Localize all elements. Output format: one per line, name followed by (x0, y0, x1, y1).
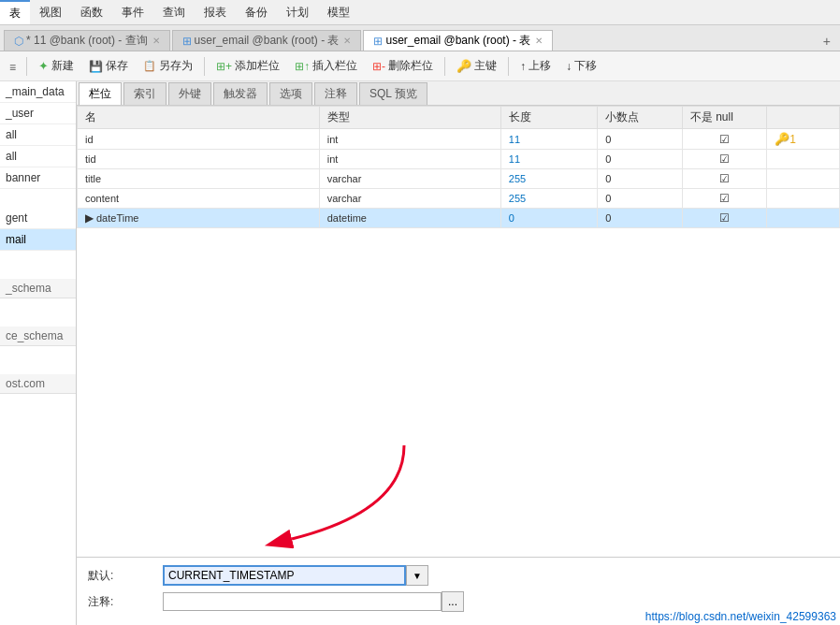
sidebar-section-schema-2: ce_schema (0, 327, 76, 346)
toolbar: ≡ ✦ 新建 💾 保存 📋 另存为 ⊞+ 添加栏位 ⊞↑ 插入栏位 ⊞- 删除栏… (0, 51, 840, 81)
sub-tab-comments[interactable]: 注释 (314, 82, 357, 105)
table-row[interactable]: contentvarchar2550☑ (78, 189, 840, 209)
col-not-null[interactable]: ☑ (682, 169, 767, 189)
tab-close-1[interactable]: ✕ (343, 36, 351, 46)
new-button[interactable]: ✦ 新建 (32, 54, 80, 78)
sub-tab-foreign-keys[interactable]: 外键 (168, 82, 211, 105)
tab-user-email-2[interactable]: ⊞ user_email @bank (root) - 表 ✕ (363, 30, 553, 51)
col-type: varchar (319, 169, 500, 189)
default-select-wrapper: ▼ (163, 565, 443, 586)
sidebar-spacer-2 (0, 251, 76, 279)
saveas-button[interactable]: 📋 另存为 (137, 54, 199, 78)
col-decimal: 0 (598, 189, 683, 209)
separator-1 (26, 57, 27, 76)
sidebar-item-main-data[interactable]: _main_data (0, 81, 76, 103)
col-extra (767, 189, 840, 209)
table-icon-2: ⊞ (373, 35, 383, 48)
separator-2 (204, 57, 205, 76)
col-length: 11 (500, 129, 597, 150)
menu-item-report[interactable]: 报表 (195, 0, 236, 24)
hamburger-menu[interactable]: ≡ (4, 56, 22, 77)
default-dropdown-arrow[interactable]: ▼ (406, 565, 428, 586)
col-decimal: 0 (598, 150, 683, 169)
checked-icon: ☑ (719, 153, 730, 166)
key-icon: 🔑 (456, 59, 471, 73)
sub-tab-sql-preview[interactable]: SQL 预览 (359, 82, 427, 105)
add-column-button[interactable]: ⊞+ 添加栏位 (210, 54, 286, 78)
add-col-icon: ⊞+ (216, 60, 232, 73)
sidebar-spacer-3 (0, 298, 76, 327)
col-extra (767, 150, 840, 169)
sidebar-section-host: ost.com (0, 374, 76, 394)
primary-key-button[interactable]: 🔑 主键 (450, 54, 503, 78)
row-selector: tid (78, 150, 320, 169)
menu-item-query[interactable]: 查询 (153, 0, 195, 24)
table-row[interactable]: idint110☑🔑1 (78, 129, 840, 150)
col-length: 0 (500, 209, 597, 228)
table-row[interactable]: titlevarchar2550☑ (78, 169, 840, 189)
tab-close-query[interactable]: ✕ (152, 36, 160, 46)
col-decimal: 0 (598, 169, 683, 189)
sidebar-item-all-1[interactable]: all (0, 124, 76, 146)
menu-item-table[interactable]: 表 (0, 0, 30, 24)
notes-extra-button[interactable]: ... (442, 591, 464, 612)
menu-item-schedule[interactable]: 计划 (277, 0, 318, 24)
menu-item-view[interactable]: 视图 (30, 0, 71, 24)
sub-tab-indexes[interactable]: 索引 (123, 82, 167, 105)
sub-tabs: 栏位 索引 外键 触发器 选项 注释 SQL 预览 (77, 81, 840, 106)
col-not-null[interactable]: ☑ (682, 209, 767, 228)
sub-tab-triggers[interactable]: 触发器 (213, 82, 268, 105)
col-type: varchar (319, 189, 500, 209)
notes-label: 注释: (88, 594, 163, 610)
sidebar-item-banner[interactable]: banner (0, 167, 76, 189)
sub-tab-columns[interactable]: 栏位 (79, 82, 122, 105)
sidebar-spacer-1 (0, 189, 76, 208)
up-arrow-icon: ↑ (520, 60, 526, 73)
new-icon: ✦ (38, 59, 49, 73)
table-scroll: 名 类型 长度 小数点 不是 null (77, 106, 840, 557)
col-length: 255 (500, 169, 597, 189)
move-down-button[interactable]: ↓ 下移 (559, 54, 603, 78)
checked-icon: ☑ (719, 192, 730, 205)
move-up-button[interactable]: ↑ 上移 (514, 54, 558, 78)
sidebar-item-all-2[interactable]: all (0, 146, 76, 167)
delete-col-icon: ⊞- (372, 60, 385, 73)
sidebar-item-user[interactable]: _user (0, 103, 76, 124)
menu-item-model[interactable]: 模型 (318, 0, 359, 24)
sidebar-item-gent[interactable]: gent (0, 208, 76, 229)
sidebar-item-mail[interactable]: mail (0, 229, 76, 251)
separator-3 (444, 57, 445, 76)
delete-column-button[interactable]: ⊞- 删除栏位 (366, 54, 440, 78)
sub-tab-options[interactable]: 选项 (269, 82, 312, 105)
saveas-icon: 📋 (143, 60, 156, 72)
menu-item-function[interactable]: 函数 (71, 0, 112, 24)
col-decimal: 0 (598, 209, 683, 228)
col-header-not-null: 不是 null (682, 107, 767, 129)
col-header-name: 名 (78, 107, 320, 129)
notes-input[interactable] (163, 592, 442, 611)
table-icon-1: ⊞ (182, 35, 192, 48)
default-label: 默认: (88, 568, 163, 584)
sidebar-section-schema-1: _schema (0, 279, 76, 298)
col-decimal: 0 (598, 129, 683, 150)
save-button[interactable]: 💾 保存 (82, 54, 135, 78)
tab-close-2[interactable]: ✕ (535, 36, 543, 46)
col-header-extra (767, 107, 840, 129)
top-menu-bar: 表 视图 函数 事件 查询 报表 备份 计划 模型 (0, 0, 840, 25)
default-input[interactable] (163, 565, 406, 586)
tab-query[interactable]: ⬡ * 11 @bank (root) - 查询 ✕ (4, 30, 170, 51)
save-icon: 💾 (89, 60, 103, 73)
tab-user-email-1[interactable]: ⊞ user_email @bank (root) - 表 ✕ (172, 30, 362, 51)
main-layout: _main_data _user all all banner gent mai… (0, 81, 840, 625)
menu-item-event[interactable]: 事件 (112, 0, 153, 24)
table-row[interactable]: ▶dateTimedatetime00☑ (78, 209, 840, 228)
columns-table: 名 类型 长度 小数点 不是 null (77, 106, 840, 228)
table-row[interactable]: tidint110☑ (78, 150, 840, 169)
col-not-null[interactable]: ☑ (682, 150, 767, 169)
menu-item-backup[interactable]: 备份 (236, 0, 277, 24)
col-not-null[interactable]: ☑ (682, 189, 767, 209)
insert-column-button[interactable]: ⊞↑ 插入栏位 (288, 54, 364, 78)
col-not-null[interactable]: ☑ (682, 129, 767, 150)
row-selector: title (78, 169, 320, 189)
new-tab-btn[interactable]: + (818, 32, 836, 51)
